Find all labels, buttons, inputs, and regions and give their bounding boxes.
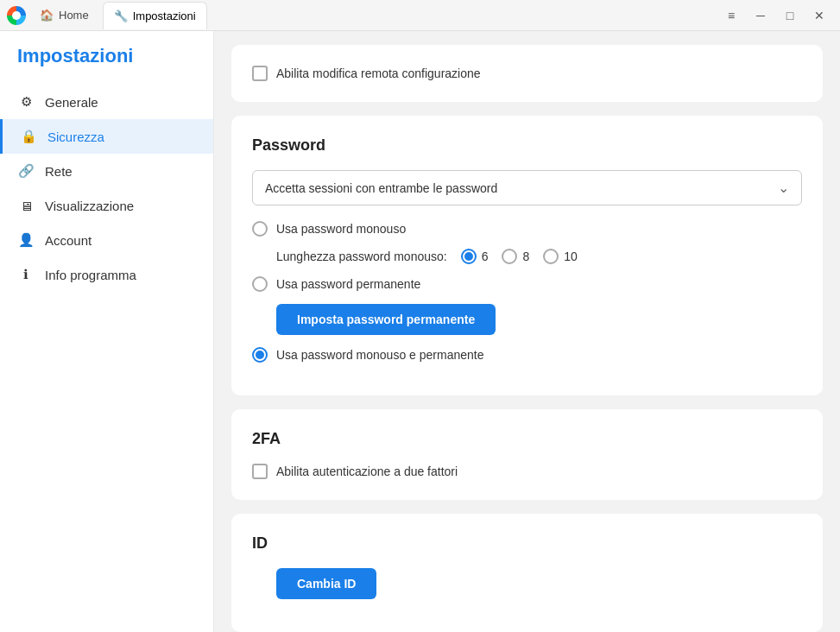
radio-permanente-row: Usa password permanente bbox=[252, 276, 802, 292]
twofa-label: Abilita autenticazione a due fattori bbox=[276, 465, 458, 478]
twofa-title: 2FA bbox=[252, 430, 802, 448]
sidebar-label-generale: Generale bbox=[45, 95, 98, 110]
maximize-button[interactable]: □ bbox=[776, 3, 804, 28]
app-logo bbox=[7, 6, 26, 25]
password-length-row: Lunghezza password monouso: 6 8 10 bbox=[276, 249, 802, 264]
remote-config-card: Abilita modifica remota configurazione bbox=[231, 45, 823, 102]
password-card-title: Password bbox=[252, 136, 802, 155]
password-card: Password Accetta sessioni con entrambe l… bbox=[231, 116, 823, 395]
set-permanent-password-button[interactable]: Imposta password permanente bbox=[276, 304, 496, 335]
settings-icon: 🔧 bbox=[114, 9, 128, 22]
main-content: Abilita modifica remota configurazione P… bbox=[214, 31, 840, 632]
radio-length-8[interactable] bbox=[502, 249, 517, 264]
info-icon: ℹ bbox=[17, 266, 35, 283]
sidebar-label-account: Account bbox=[45, 233, 92, 248]
radio-monouso-label: Usa password monouso bbox=[276, 222, 406, 236]
sidebar-item-sicurezza[interactable]: 🔒 Sicurezza bbox=[0, 119, 213, 154]
sidebar-label-visualizzazione: Visualizzazione bbox=[45, 199, 134, 213]
radio-monouso[interactable] bbox=[252, 221, 268, 237]
tab-home-label: Home bbox=[59, 9, 89, 22]
sidebar-label-info: Info programma bbox=[45, 268, 136, 282]
remote-config-label: Abilita modifica remota configurazione bbox=[276, 66, 481, 80]
sidebar-item-account[interactable]: 👤 Account bbox=[0, 223, 213, 257]
app-body: Impostazioni ⚙ Generale 🔒 Sicurezza 🔗 Re… bbox=[0, 31, 840, 632]
sidebar-label-rete: Rete bbox=[45, 164, 73, 179]
window-controls: ≡ ─ □ ✕ bbox=[717, 3, 833, 28]
id-title: ID bbox=[252, 534, 802, 553]
remote-config-checkbox[interactable] bbox=[252, 66, 268, 81]
close-button[interactable]: ✕ bbox=[805, 3, 833, 28]
remote-config-row: Abilita modifica remota configurazione bbox=[252, 66, 802, 81]
tab-impostazioni[interactable]: 🔧 Impostazioni bbox=[103, 2, 207, 29]
gear-icon: ⚙ bbox=[17, 93, 35, 111]
shield-icon: 🔒 bbox=[20, 128, 37, 145]
sidebar-label-sicurezza: Sicurezza bbox=[47, 130, 104, 144]
length-10-option[interactable]: 10 bbox=[543, 249, 578, 264]
chevron-down-icon: ⌄ bbox=[778, 180, 789, 196]
minimize-button[interactable]: ─ bbox=[747, 3, 774, 28]
length-6-option[interactable]: 6 bbox=[461, 249, 489, 264]
id-card: ID Cambia ID bbox=[231, 514, 823, 632]
length-8-label: 8 bbox=[522, 250, 529, 263]
radio-length-10[interactable] bbox=[543, 249, 559, 264]
network-icon: 🔗 bbox=[17, 162, 35, 180]
length-label: Lunghezza password monouso: bbox=[276, 250, 447, 263]
sidebar-item-rete[interactable]: 🔗 Rete bbox=[0, 154, 213, 188]
radio-entrambe[interactable] bbox=[252, 347, 268, 363]
sidebar-item-generale[interactable]: ⚙ Generale bbox=[0, 85, 213, 119]
radio-permanente-label: Usa password permanente bbox=[276, 277, 420, 291]
home-icon: 🏠 bbox=[40, 9, 54, 22]
titlebar: 🏠 Home 🔧 Impostazioni ≡ ─ □ ✕ bbox=[0, 0, 840, 31]
length-10-label: 10 bbox=[564, 250, 578, 263]
radio-monouso-row: Usa password monouso bbox=[252, 221, 802, 237]
length-6-label: 6 bbox=[482, 250, 489, 263]
radio-permanente[interactable] bbox=[252, 276, 268, 292]
account-icon: 👤 bbox=[17, 231, 35, 249]
tab-home[interactable]: 🏠 Home bbox=[29, 2, 99, 29]
sidebar-item-visualizzazione[interactable]: 🖥 Visualizzazione bbox=[0, 188, 213, 223]
sidebar-item-info[interactable]: ℹ Info programma bbox=[0, 257, 213, 292]
radio-entrambe-row: Usa password monouso e permanente bbox=[252, 347, 802, 363]
change-id-button[interactable]: Cambia ID bbox=[276, 568, 376, 599]
twofa-card: 2FA Abilita autenticazione a due fattori bbox=[231, 409, 823, 500]
radio-length-6[interactable] bbox=[461, 249, 477, 264]
password-mode-dropdown[interactable]: Accetta sessioni con entrambe le passwor… bbox=[252, 170, 802, 205]
sidebar: Impostazioni ⚙ Generale 🔒 Sicurezza 🔗 Re… bbox=[0, 31, 214, 632]
dropdown-value: Accetta sessioni con entrambe le passwor… bbox=[265, 181, 497, 195]
monitor-icon: 🖥 bbox=[17, 197, 35, 214]
radio-entrambe-label: Usa password monouso e permanente bbox=[276, 348, 483, 362]
twofa-row: Abilita autenticazione a due fattori bbox=[252, 464, 802, 479]
length-8-option[interactable]: 8 bbox=[502, 249, 529, 264]
tab-impostazioni-label: Impostazioni bbox=[133, 9, 196, 22]
sidebar-title: Impostazioni bbox=[0, 45, 213, 85]
twofa-checkbox[interactable] bbox=[252, 464, 268, 479]
menu-button[interactable]: ≡ bbox=[717, 3, 745, 28]
